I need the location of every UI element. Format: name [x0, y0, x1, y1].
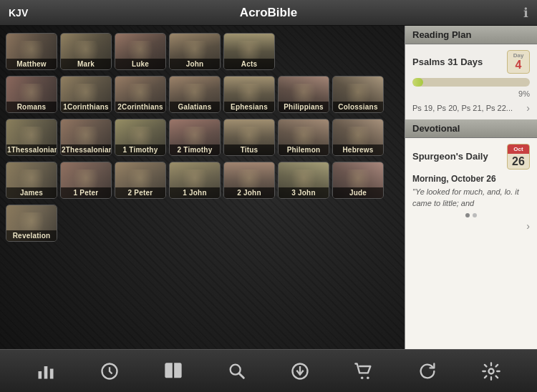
book-label-matthew: Matthew — [6, 59, 57, 69]
devotional-quote: "Ye looked for much, and, lo. it came to… — [412, 187, 530, 209]
book-label-john: John — [170, 59, 220, 69]
search-icon[interactable] — [221, 356, 253, 387]
book-3john[interactable]: 3 John — [278, 162, 329, 199]
day-number: 4 — [511, 59, 526, 72]
book-label-ephesians: Ephesians — [224, 102, 274, 112]
app-header: KJV AcroBible ℹ — [0, 0, 537, 26]
book-mark[interactable]: Mark — [60, 33, 112, 70]
book-matthew[interactable]: Matthew — [6, 33, 57, 70]
book-icon[interactable] — [158, 356, 189, 387]
carousel-dots — [412, 213, 530, 217]
bar-chart-icon[interactable] — [30, 356, 62, 387]
book-label-1corinthians: 1Corinthians — [61, 102, 111, 112]
book-1corinthians[interactable]: 1Corinthians — [60, 76, 112, 113]
book-2thessalonians[interactable]: 2Thessalonians — [60, 119, 112, 156]
main-content: MatthewMarkLukeJohnActsRomans1Corinthian… — [0, 26, 537, 349]
ps-text: Ps 19, Ps 20, Ps 21, Ps 22... — [412, 104, 513, 112]
dot-1 — [465, 213, 470, 217]
book-philippians[interactable]: Philippians — [278, 76, 329, 113]
book-james[interactable]: James — [6, 162, 57, 199]
book-label-galatians: Galatians — [170, 102, 220, 112]
book-label-acts: Acts — [224, 59, 274, 69]
book-revelation[interactable]: Revelation — [6, 205, 57, 242]
book-2corinthians[interactable]: 2Corinthians — [115, 76, 166, 113]
book-label-3john: 3 John — [279, 187, 329, 198]
book-colossians[interactable]: Colossians — [332, 76, 384, 113]
book-1thessalonians[interactable]: 1Thessalonians — [6, 119, 57, 156]
book-hebrews[interactable]: Hebrews — [332, 119, 384, 156]
oct-number: 26 — [511, 155, 526, 168]
book-label-1john: 1 John — [170, 187, 220, 198]
devotional-chevron-right[interactable]: › — [526, 220, 530, 232]
refresh-icon[interactable] — [412, 356, 443, 387]
book-jude[interactable]: Jude — [332, 162, 384, 199]
book-galatians[interactable]: Galatians — [169, 76, 221, 113]
bottom-toolbar — [0, 349, 537, 392]
svg-point-8 — [361, 376, 364, 379]
book-titus[interactable]: Titus — [223, 119, 275, 156]
book-philemon[interactable]: Philemon — [278, 119, 329, 156]
svg-point-10 — [488, 368, 493, 373]
day-label: Day — [511, 52, 526, 59]
svg-rect-2 — [50, 368, 54, 378]
book-label-luke: Luke — [115, 59, 165, 69]
progress-bar-fill — [412, 78, 423, 87]
sidebar: Reading Plan Psalms 31 Days Day 4 9% Ps … — [405, 26, 537, 349]
progress-bar-background — [412, 78, 530, 87]
reading-plan-header: Reading Plan — [405, 26, 537, 44]
book-row-4: Revelation — [4, 203, 400, 243]
info-icon[interactable]: ℹ — [523, 5, 528, 21]
progress-percent: 9% — [412, 89, 530, 98]
ps-chevron-right[interactable]: › — [526, 102, 530, 114]
book-row-2: 1Thessalonians2Thessalonians1 Timothy2 T… — [4, 117, 400, 157]
book-label-colossians: Colossians — [333, 102, 383, 112]
reading-plan-content: Psalms 31 Days Day 4 9% Ps 19, Ps 20, Ps… — [405, 44, 537, 119]
devotional-content: Spurgeon's Daily Oct 26 Morning, October… — [405, 138, 537, 349]
oct-badge: Oct 26 — [507, 144, 530, 170]
svg-rect-1 — [44, 366, 48, 379]
svg-line-5 — [239, 373, 243, 377]
book-label-2thessalonians: 2Thessalonians — [61, 144, 111, 155]
history-icon[interactable] — [94, 356, 125, 387]
book-label-jude: Jude — [333, 187, 383, 198]
app-title: AcroBible — [240, 6, 297, 20]
day-badge: Day 4 — [507, 50, 530, 74]
book-row-3: James1 Peter2 Peter1 John2 John3 JohnJud… — [4, 160, 400, 200]
book-label-2timothy: 2 Timothy — [170, 144, 220, 155]
books-panel: MatthewMarkLukeJohnActsRomans1Corinthian… — [0, 26, 405, 349]
ps-row[interactable]: Ps 19, Ps 20, Ps 21, Ps 22... › — [412, 102, 530, 114]
devotional-title[interactable]: Spurgeon's Daily — [412, 151, 488, 162]
book-2timothy[interactable]: 2 Timothy — [169, 119, 221, 156]
book-1timothy[interactable]: 1 Timothy — [115, 119, 166, 156]
book-romans[interactable]: Romans — [6, 76, 57, 113]
settings-icon[interactable] — [475, 356, 507, 387]
book-2peter[interactable]: 2 Peter — [115, 162, 166, 199]
book-label-2john: 2 John — [224, 187, 274, 198]
book-row-0: MatthewMarkLukeJohnActs — [4, 31, 400, 72]
book-label-mark: Mark — [61, 59, 111, 69]
book-label-philemon: Philemon — [279, 144, 329, 155]
book-acts[interactable]: Acts — [223, 33, 275, 70]
svg-point-9 — [367, 376, 369, 379]
download-icon[interactable] — [284, 356, 316, 387]
book-1peter[interactable]: 1 Peter — [60, 162, 112, 199]
devotional-date: Morning, October 26 — [412, 174, 530, 184]
oct-label: Oct — [508, 144, 529, 154]
book-label-1timothy: 1 Timothy — [115, 144, 165, 155]
devotional-header: Devotional — [405, 119, 537, 138]
book-2john[interactable]: 2 John — [223, 162, 275, 199]
book-label-1thessalonians: 1Thessalonians — [6, 144, 57, 155]
cart-icon[interactable] — [348, 356, 379, 387]
book-label-2corinthians: 2Corinthians — [115, 102, 165, 112]
reading-plan-title[interactable]: Psalms 31 Days — [412, 57, 483, 67]
book-label-hebrews: Hebrews — [333, 144, 383, 155]
book-ephesians[interactable]: Ephesians — [223, 76, 275, 113]
book-label-philippians: Philippians — [279, 102, 329, 112]
book-label-1peter: 1 Peter — [61, 187, 111, 198]
book-label-romans: Romans — [6, 102, 57, 112]
book-label-titus: Titus — [224, 144, 274, 155]
book-john[interactable]: John — [169, 33, 221, 70]
book-1john[interactable]: 1 John — [169, 162, 221, 199]
svg-rect-0 — [39, 371, 42, 379]
book-luke[interactable]: Luke — [115, 33, 166, 70]
